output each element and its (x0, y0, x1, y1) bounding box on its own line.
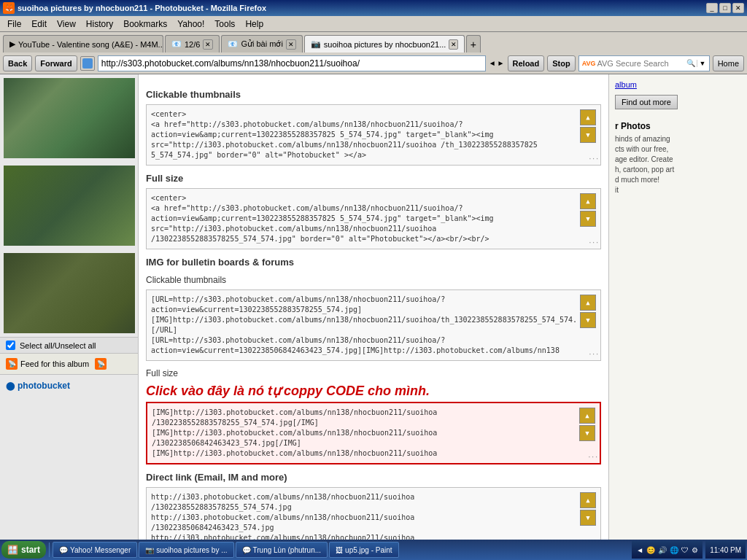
copy-icon-up-5[interactable]: ▲ (580, 492, 596, 508)
section3-sub2-codebox[interactable]: [IMG]http://i303.photobucket.com/albums/… (146, 402, 601, 464)
right-sidebar: album Find out more r Photos hinds of am… (608, 74, 747, 540)
taskbar-suoihoa[interactable]: 📷 suoihoa pictures by ... (139, 542, 233, 558)
main-container: Select all/Unselect all 📡 Feed for this … (0, 74, 747, 540)
section1-codebox[interactable]: <center> <a href="http://s303.photobucke… (146, 104, 601, 166)
section2-code-text: <center> <a href="http://s303.photobucke… (151, 193, 577, 244)
tab-favicon-youtube: ▶ (9, 39, 15, 49)
sys-tray: ◄ 😊 🔊 🌐 🛡 ⚙ (632, 541, 703, 559)
tray-icon-2: 😊 (646, 546, 655, 554)
logo-circle: ⬤ (6, 381, 15, 391)
tab-close-guibaimoi[interactable]: ✕ (286, 39, 296, 50)
thumbnail-2[interactable] (4, 166, 135, 246)
tab-label-126: 12/6 (185, 40, 200, 49)
nav-arrows: ◄ ► (489, 59, 505, 67)
section4-codebox[interactable]: http://i303.photobucket.com/albums/nn138… (146, 487, 601, 540)
menu-file[interactable]: File (3, 18, 26, 31)
section4-title: Direct link (Email, IM and more) (146, 472, 601, 483)
section3-sub2-copy-icons: ▲ ▼ (579, 408, 595, 459)
section4-code-inner: http://i303.photobucket.com/albums/nn138… (151, 492, 596, 540)
menu-tools[interactable]: Tools (210, 18, 239, 31)
select-all-bar: Select all/Unselect all (0, 337, 138, 353)
find-out-button[interactable]: Find out more (615, 95, 678, 109)
taskbar-label-yahoo: Yahoo! Messenger (70, 546, 131, 554)
start-button[interactable]: 🪟 start (1, 541, 46, 559)
thumb-image-3 (4, 253, 135, 333)
section1-code-inner: <center> <a href="http://s303.photobucke… (151, 109, 596, 160)
thumbnail-3[interactable] (4, 253, 135, 333)
section2-title: Full size (146, 173, 601, 184)
tray-icon-5: 🛡 (681, 546, 689, 554)
taskbar-icon-suoihoa: 📷 (145, 546, 154, 554)
copy-icon-down-4[interactable]: ▼ (579, 425, 595, 441)
taskbar-right: ◄ 😊 🔊 🌐 🛡 ⚙ 11:40 PM (632, 541, 746, 559)
minimize-button[interactable]: _ (706, 3, 718, 13)
prev-arrow[interactable]: ◄ (489, 59, 496, 67)
copy-icon-up-1[interactable]: ▲ (580, 109, 596, 125)
home-button[interactable]: Home (713, 55, 744, 71)
menu-help[interactable]: Help (241, 18, 268, 31)
start-icon: 🪟 (7, 545, 18, 555)
taskbar-trung[interactable]: 💬 Trung Lùn (phutrun... (236, 542, 328, 558)
search-box: AVG 🔍 ▼ (578, 55, 710, 71)
copy-icon-up-3[interactable]: ▲ (580, 295, 596, 311)
copy-icon-up-2[interactable]: ▲ (580, 193, 596, 209)
find-out-container: Find out more (615, 95, 741, 115)
section3-title: IMG for bulletin boards & forums (146, 257, 601, 268)
forward-button[interactable]: Forward (35, 55, 77, 71)
copy-icon-down-2[interactable]: ▼ (580, 211, 596, 227)
tab-favicon-126: 📧 (171, 39, 182, 49)
tab-youtube[interactable]: ▶ YouTube - Valentine song (A&E) - M4M..… (3, 35, 163, 52)
section1-code-text: <center> <a href="http://s303.photobucke… (151, 109, 577, 160)
taskbar-yahoo-messenger[interactable]: 💬 Yahoo! Messenger (53, 542, 137, 558)
back-button[interactable]: Back (3, 55, 32, 71)
copy-icon-down-3[interactable]: ▼ (580, 312, 596, 328)
scroll-indicator-2: ··· (589, 239, 599, 247)
copy-icon-down-1[interactable]: ▼ (580, 127, 596, 143)
next-arrow[interactable]: ► (498, 59, 505, 67)
section3-sub1-copy-icons: ▲ ▼ (580, 295, 596, 356)
menu-edit[interactable]: Edit (27, 18, 51, 31)
tab-close-suoihoa[interactable]: ✕ (449, 39, 457, 50)
annotation-text: Click vào đây là nó tự coppy CODE cho mì… (146, 383, 601, 399)
tab-bar: ▶ YouTube - Valentine song (A&E) - M4M..… (0, 32, 747, 52)
section1-copy-icons: ▲ ▼ (580, 109, 596, 160)
search-dropdown[interactable]: ▼ (697, 60, 706, 67)
close-button[interactable]: ✕ (732, 3, 744, 13)
select-all-checkbox[interactable] (6, 341, 15, 350)
section2-codebox[interactable]: <center> <a href="http://s303.photobucke… (146, 188, 601, 249)
select-all-label: Select all/Unselect all (20, 341, 96, 350)
photos-section: r Photos hinds of amazingcts with our fr… (615, 121, 741, 195)
feed-bar: 📡 Feed for this album 📡 (0, 353, 138, 374)
tab-126[interactable]: 📧 12/6 ✕ (165, 35, 220, 52)
menu-bar: File Edit View History Bookmarks Yahoo! … (0, 16, 747, 32)
section2-code-inner: <center> <a href="http://s303.photobucke… (151, 193, 596, 244)
new-tab-button[interactable]: + (466, 35, 481, 52)
search-input[interactable] (597, 59, 685, 68)
tab-guibaimoi[interactable]: 📧 Gửi bài mới ✕ (221, 35, 302, 52)
taskbar-icon-yahoo: 💬 (59, 546, 68, 554)
window-title: suoihoa pictures by nhocbuon211 - Photob… (18, 4, 266, 12)
maximize-button[interactable]: □ (719, 3, 731, 13)
stop-button[interactable]: Stop (547, 55, 575, 71)
copy-icon-down-5[interactable]: ▼ (580, 510, 596, 526)
taskbar-paint[interactable]: 🖼 up5.jpg - Paint (329, 542, 399, 558)
search-button[interactable]: 🔍 (686, 59, 695, 67)
album-link[interactable]: album (615, 80, 637, 89)
tray-icon-6: ⚙ (692, 546, 698, 554)
thumbnail-1[interactable] (4, 78, 135, 158)
menu-view[interactable]: View (53, 18, 80, 31)
address-input[interactable] (98, 55, 486, 71)
menu-history[interactable]: History (82, 18, 117, 31)
title-bar: 🦊 suoihoa pictures by nhocbuon211 - Phot… (0, 0, 747, 16)
copy-icon-up-4[interactable]: ▲ (579, 408, 595, 424)
reload-button[interactable]: Reload (508, 55, 545, 71)
section3-sub2-code-inner: [IMG]http://i303.photobucket.com/albums/… (152, 408, 595, 459)
tab-label-suoihoa: suoihoa pictures by nhocbuon21... (324, 40, 446, 49)
logo-text: photobucket (18, 381, 70, 391)
menu-yahoo[interactable]: Yahoo! (173, 18, 209, 31)
tab-close-126[interactable]: ✕ (203, 39, 213, 50)
avg-icon: AVG (582, 60, 596, 67)
menu-bookmarks[interactable]: Bookmarks (119, 18, 171, 31)
section3-sub1-codebox[interactable]: [URL=http://s303.photobucket.com/albums/… (146, 289, 601, 361)
tab-suoihoa[interactable]: 📷 suoihoa pictures by nhocbuon21... ✕ (304, 35, 465, 52)
